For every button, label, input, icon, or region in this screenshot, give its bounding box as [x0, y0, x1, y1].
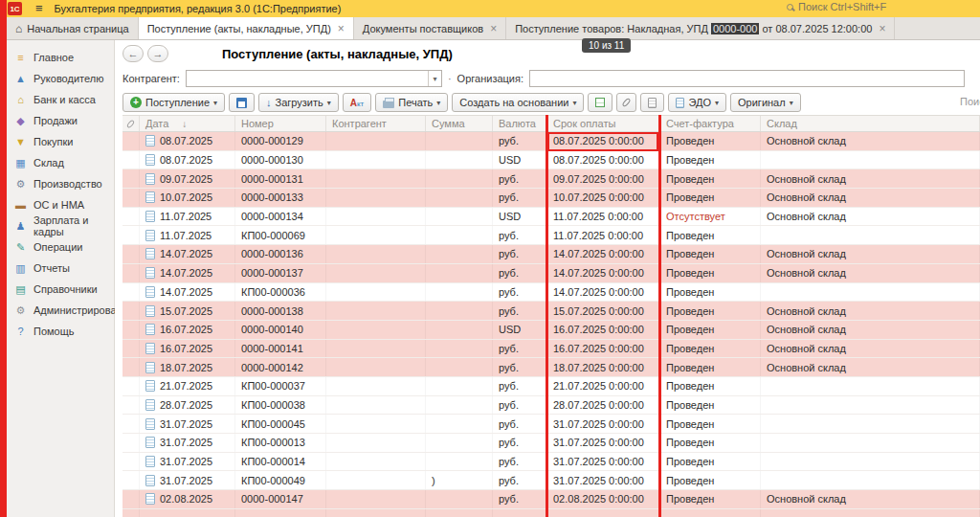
print-button[interactable]: Печать▾ [375, 93, 448, 112]
sidebar-item-warehouse[interactable]: ▦Склад [7, 152, 114, 173]
table-row[interactable]: 10.07.20250000-000133руб.10.07.2025 0:00… [122, 189, 980, 208]
back-button[interactable]: ← [122, 45, 144, 62]
plus-icon [130, 97, 142, 108]
currency-cell: руб. [493, 453, 547, 471]
sidebar-item-directories[interactable]: ▤Справочники [7, 279, 114, 300]
column-header-7[interactable]: Счет-фактура [660, 116, 761, 131]
sidebar-item-manager[interactable]: ▲Руководителю [7, 68, 114, 89]
attachment-column-header[interactable] [122, 116, 140, 131]
help-icon: ? [14, 326, 27, 337]
attachment-cell [122, 396, 140, 415]
table-row[interactable]: 02.08.20250000-000147руб.02.08.2025 0:00… [122, 490, 980, 509]
sum-cell [426, 415, 493, 433]
tab-receipts-list[interactable]: Поступление (акты, накладные, УПД)× [139, 17, 354, 39]
date-value: 14.07.2025 [160, 248, 212, 259]
table-row[interactable]: 14.07.20250000-000137руб.14.07.2025 0:00… [122, 264, 980, 283]
print-icon [383, 101, 394, 108]
invoice-status-cell: Проведен [660, 340, 761, 358]
column-header-2[interactable]: Номер [235, 116, 326, 131]
table-row[interactable]: 31.07.2025КП00-000045руб.31.07.2025 0:00… [122, 415, 980, 434]
table-row[interactable]: 11.07.20250000-000134USD11.07.2025 0:00:… [122, 208, 980, 227]
save-button[interactable] [229, 93, 255, 112]
table-row[interactable]: 28.07.2025КП00-000038руб.28.07.2025 0:00… [122, 396, 980, 416]
table-row[interactable]: 31.07.2025КП00-000049)руб.31.07.2025 0:0… [122, 471, 980, 490]
number-cell: 0000-000136 [235, 245, 326, 263]
sidebar-item-label: Склад [33, 157, 64, 169]
table-row[interactable]: 11.07.2025КП00-000069руб.11.07.2025 0:00… [122, 226, 980, 245]
sidebar-item-salary-hr[interactable]: ♟Зарплата и кадры [7, 215, 114, 236]
tab-goods-receipt[interactable]: Поступление товаров: Накладная, УПД 0000… [506, 17, 895, 39]
column-header-1[interactable]: Дата↓ [140, 116, 235, 131]
sidebar-item-label: Помощь [33, 326, 75, 337]
column-header-3[interactable]: Контрагент [326, 116, 426, 131]
table-row[interactable]: 16.07.20250000-000140USD16.07.2025 0:00:… [122, 321, 980, 340]
sum-cell [426, 434, 493, 452]
sidebar-item-production[interactable]: ⚙Производство [7, 173, 114, 194]
table-row[interactable]: 09.07.20250000-000131руб.09.07.2025 0:00… [122, 169, 980, 189]
due-date-cell: 31.07.2025 0:00:00 [547, 453, 660, 471]
tab-supplier-documents[interactable]: Документы поставщиков× [354, 17, 506, 39]
due-date-cell [547, 509, 660, 517]
table-search-hint[interactable]: Поиск (Ctrl+F) [960, 96, 980, 107]
column-header-8[interactable]: Склад [761, 116, 980, 131]
counterparty-filter-input[interactable]: ▾ [186, 70, 442, 87]
tab-home[interactable]: ⌂Начальная страница [7, 17, 139, 39]
main-menu-icon[interactable]: ≡ [35, 2, 43, 15]
forward-button[interactable]: → [147, 45, 168, 62]
table-row[interactable]: 21.07.2025КП00-000037руб.21.07.2025 0:00… [122, 377, 980, 396]
sidebar-item-administration[interactable]: ⚙Администрирование [7, 300, 114, 321]
date-value: 11.07.2025 [160, 211, 212, 222]
load-button[interactable]: Загрузить▾ [258, 93, 339, 112]
table-row[interactable]: 14.07.20250000-000136руб.14.07.2025 0:00… [122, 245, 980, 264]
sidebar-item-reports[interactable]: ▥Отчеты [7, 258, 114, 279]
tab-label: Начальная страница [27, 23, 128, 34]
act-button[interactable] [343, 93, 372, 112]
number-cell: 0000-000140 [235, 321, 326, 339]
table-row[interactable]: 16.07.20250000-000141руб.16.07.2025 0:00… [122, 340, 980, 359]
currency-cell: руб. [493, 471, 547, 489]
close-icon[interactable]: × [490, 22, 497, 35]
original-button[interactable]: Оригинал▾ [730, 93, 801, 112]
export-table-button[interactable] [588, 93, 612, 112]
table-row[interactable]: 08.07.20250000-000130USD08.07.2025 0:00:… [122, 151, 980, 170]
close-icon[interactable]: × [879, 22, 885, 35]
sidebar-item-help[interactable]: ?Помощь [7, 321, 114, 342]
sidebar-item-operations[interactable]: ✎Операции [7, 236, 114, 258]
sidebar-item-bank-cash[interactable]: ⌂Банк и касса [7, 89, 114, 110]
counterparty-cell [326, 151, 426, 169]
sidebar-item-purchases[interactable]: ▼Покупки [7, 131, 114, 152]
table-row[interactable]: 31.07.2025КП00-000014руб.31.07.2025 0:00… [122, 453, 980, 472]
table-row[interactable]: 31.07.2025КП00-000013руб.31.07.2025 0:00… [122, 434, 980, 453]
table-row[interactable]: 14.07.2025КП00-000036руб.14.07.2025 0:00… [122, 283, 980, 303]
date-cell: 28.07.2025 [140, 396, 235, 415]
edo-button[interactable]: ЭДО▾ [668, 93, 726, 112]
table-row[interactable] [122, 509, 980, 517]
number-cell: КП00-000036 [235, 283, 326, 302]
warehouse-cell: Основной склад [761, 169, 980, 188]
close-icon[interactable]: × [338, 22, 345, 35]
register-button[interactable] [640, 93, 664, 112]
number-cell: 0000-000134 [235, 208, 326, 226]
document-icon [145, 362, 155, 373]
global-search[interactable]: Поиск Ctrl+Shift+F [787, 1, 886, 12]
column-header-5[interactable]: Валюта [493, 116, 547, 131]
create-based-on-button[interactable]: Создать на основании▾ [452, 93, 584, 112]
attachments-button[interactable] [616, 93, 636, 112]
column-header-4[interactable]: Сумма [426, 116, 493, 131]
create-receipt-button[interactable]: Поступление▾ [122, 93, 225, 112]
sort-descending-icon: ↓ [182, 119, 187, 129]
sidebar-item-fixed-assets[interactable]: ▬ОС и НМА [7, 194, 114, 215]
warehouse-cell [761, 396, 980, 415]
organization-filter-input[interactable] [529, 70, 965, 87]
currency-cell: руб. [493, 283, 547, 302]
annotation-column-line-left [546, 115, 548, 517]
column-header-6[interactable]: Срок оплаты [547, 116, 660, 131]
tab-label-highlight: 0000-000 [711, 23, 760, 34]
table-row[interactable]: 15.07.20250000-000138руб.15.07.2025 0:00… [122, 302, 980, 321]
sidebar-item-main[interactable]: ≡Главное [7, 47, 114, 68]
due-date-cell: 02.08.2025 0:00:00 [547, 490, 660, 508]
table-row[interactable]: 18.07.20250000-000142руб.18.07.2025 0:00… [122, 358, 980, 377]
button-label: Создать на основании [459, 97, 568, 108]
sidebar-item-sales[interactable]: ◆Продажи [7, 110, 114, 131]
chevron-down-icon[interactable]: ▾ [428, 71, 441, 86]
